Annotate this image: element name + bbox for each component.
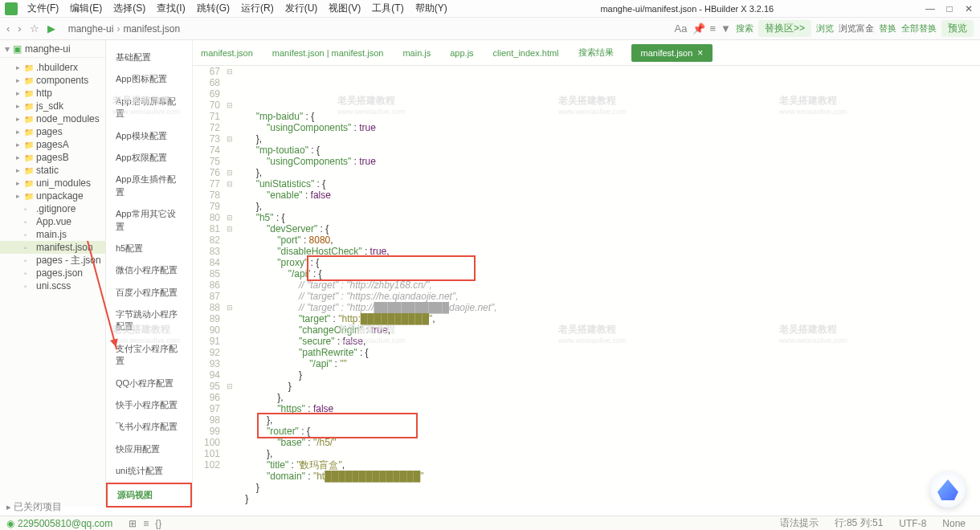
browse-button[interactable]: 浏览	[816, 22, 834, 35]
menu-item[interactable]: 工具(T)	[367, 0, 408, 17]
menu-item[interactable]: 查找(I)	[152, 0, 190, 17]
code-source[interactable]: "mp-baidu" : { "usingComponents" : true …	[235, 66, 980, 506]
fold-gutter: ⊟⊟⊟⊟⊟⊟⊟⊟⊟	[225, 66, 235, 506]
menu-item[interactable]: 文件(F)	[22, 0, 63, 17]
editor-tab[interactable]: main.js	[401, 45, 432, 61]
editor-area: manifest.jsonmanifest.json | manifest.js…	[193, 40, 980, 506]
bracket-icon[interactable]: {}	[155, 518, 161, 529]
tree-folder[interactable]: ▸📁http	[0, 87, 105, 100]
config-item[interactable]: 百度小程序配置	[106, 282, 192, 304]
replace-button[interactable]: 替换	[879, 22, 896, 35]
filter-icon[interactable]: ≡	[710, 22, 717, 35]
tree-file[interactable]: ▫pages - 主.json	[0, 254, 105, 267]
status-bar: ◉ 2295005810@qq.com ⊞ ≡ {} 语法提示 行:85 列:5…	[0, 516, 980, 530]
tree-folder[interactable]: ▸📁js_sdk	[0, 100, 105, 112]
line-gutter: 6768697071727374757677787980818283848586…	[193, 66, 225, 506]
project-root[interactable]: ▾ ▣ manghe-ui	[0, 40, 105, 58]
tree-file[interactable]: ▫App.vue	[0, 215, 105, 228]
user-icon: ◉	[6, 518, 14, 529]
case-icon[interactable]: Aa	[675, 22, 688, 35]
tree-folder[interactable]: ▸📁pagesB	[0, 151, 105, 164]
list-icon[interactable]: ≡	[143, 518, 149, 529]
account-email[interactable]: 2295005810@qq.com	[18, 518, 112, 529]
search-button[interactable]: 搜索	[736, 22, 753, 35]
config-item[interactable]: h5配置	[106, 238, 192, 259]
menu-item[interactable]: 选择(S)	[108, 0, 150, 17]
tree-folder[interactable]: ▸📁pagesA	[0, 138, 105, 151]
preview-button[interactable]: 预览	[941, 20, 974, 37]
closed-projects[interactable]: ▸ 已关闭项目	[6, 500, 62, 506]
all-replace-button[interactable]: 全部替换	[901, 22, 937, 35]
config-item[interactable]: 源码视图	[106, 483, 192, 508]
browse-sel[interactable]: 浏览富金	[839, 22, 874, 35]
area-button[interactable]: 替换区>>	[758, 20, 811, 37]
status-tab[interactable]: None	[942, 518, 966, 529]
title-bar: 文件(F)编辑(E)选择(S)查找(I)跳转(G)运行(R)发行(U)视图(V)…	[0, 0, 980, 18]
funnel-icon[interactable]: ▼	[721, 22, 731, 35]
close-button[interactable]: ✕	[961, 3, 977, 14]
run-icon[interactable]: ▶	[47, 22, 55, 35]
file-tree: ▸📁.hbuilderx▸📁components▸📁http▸📁js_sdk▸📁…	[0, 58, 105, 296]
editor-tab[interactable]: app.js	[448, 45, 475, 61]
toolbar-right: Aa 📌 ≡ ▼ 搜索 替换区>> 浏览 浏览富金 替换 全部替换 预览	[675, 20, 974, 37]
config-item[interactable]: App启动屏幕配置	[106, 91, 192, 125]
project-sidebar: ▾ ▣ manghe-ui ▸📁.hbuilderx▸📁components▸📁…	[0, 40, 106, 506]
config-item[interactable]: 飞书小程序配置	[106, 416, 192, 438]
tree-folder[interactable]: ▸📁pages	[0, 125, 105, 138]
config-item[interactable]: App图标配置	[106, 68, 192, 90]
assistant-fab[interactable]	[930, 472, 966, 508]
editor-tabs: manifest.jsonmanifest.json | manifest.js…	[193, 40, 980, 66]
tree-file[interactable]: ▫main.js	[0, 228, 105, 241]
tree-folder[interactable]: ▸📁node_modules	[0, 112, 105, 125]
menu-item[interactable]: 发行(U)	[280, 0, 323, 17]
config-item[interactable]: 快应用配置	[106, 438, 192, 460]
status-encoding[interactable]: UTF-8	[899, 518, 926, 529]
tree-folder[interactable]: ▸📁components	[0, 74, 105, 87]
menu-item[interactable]: 帮助(Y)	[410, 0, 452, 17]
crumb-file[interactable]: manifest.json	[123, 23, 180, 35]
editor-tab[interactable]: client_index.html	[492, 45, 561, 61]
tree-folder[interactable]: ▸📁uni_modules	[0, 177, 105, 190]
config-item[interactable]: 支付宝小程序配置	[106, 338, 192, 373]
config-item[interactable]: App模块配置	[106, 125, 192, 147]
menu-item[interactable]: 跳转(G)	[192, 0, 235, 17]
editor-tab[interactable]: manifest.json×	[631, 44, 713, 62]
maximize-button[interactable]: □	[941, 3, 958, 14]
app-logo	[5, 2, 18, 15]
menu-item[interactable]: 视图(V)	[324, 0, 365, 17]
tree-file[interactable]: ▫.gitignore	[0, 202, 105, 215]
config-item[interactable]: 基础配置	[106, 47, 192, 68]
forward-icon[interactable]: ›	[18, 22, 21, 35]
config-item[interactable]: App原生插件配置	[106, 169, 192, 203]
tree-folder[interactable]: ▸📁unpackage	[0, 190, 105, 202]
tree-file[interactable]: ▫uni.scss	[0, 279, 105, 292]
back-icon[interactable]: ‹	[6, 22, 10, 35]
menu-item[interactable]: 编辑(E)	[65, 0, 107, 17]
editor-tab[interactable]: manifest.json	[199, 45, 255, 61]
config-item[interactable]: 快手小程序配置	[106, 394, 192, 416]
config-item[interactable]: App常用其它设置	[106, 203, 192, 238]
pin-icon[interactable]: 📌	[692, 22, 705, 35]
menu-item[interactable]: 运行(R)	[236, 0, 279, 17]
config-item[interactable]: 字节跳动小程序配置	[106, 304, 192, 338]
editor-tab[interactable]: 搜索结果	[577, 43, 615, 62]
status-syntax[interactable]: 语法提示	[780, 516, 819, 530]
code-editor[interactable]: 6768697071727374757677787980818283848586…	[193, 66, 980, 506]
config-panel: 基础配置App图标配置App启动屏幕配置App模块配置App权限配置App原生插…	[106, 40, 193, 506]
editor-tab[interactable]: manifest.json | manifest.json	[271, 45, 386, 61]
star-icon[interactable]: ☆	[30, 22, 39, 35]
crumb-project[interactable]: manghe-ui	[68, 23, 114, 35]
tree-file[interactable]: ▫pages.json	[0, 267, 105, 279]
tree-folder[interactable]: ▸📁static	[0, 164, 105, 177]
config-item[interactable]: uni统计配置	[106, 460, 192, 482]
tree-folder[interactable]: ▸📁.hbuilderx	[0, 61, 105, 74]
tree-file[interactable]: ▫manifest.json	[0, 241, 105, 254]
breadcrumb: manghe-ui›manifest.json	[68, 23, 180, 35]
config-item[interactable]: App权限配置	[106, 147, 192, 169]
toolbar: ‹ › ☆ ▶ manghe-ui›manifest.json Aa 📌 ≡ ▼…	[0, 18, 980, 40]
config-item[interactable]: QQ小程序配置	[106, 373, 192, 394]
config-item[interactable]: 微信小程序配置	[106, 259, 192, 281]
terminal-icon[interactable]: ⊞	[129, 518, 137, 529]
minimize-button[interactable]: —	[922, 3, 938, 14]
status-cursor: 行:85 列:51	[835, 516, 884, 530]
